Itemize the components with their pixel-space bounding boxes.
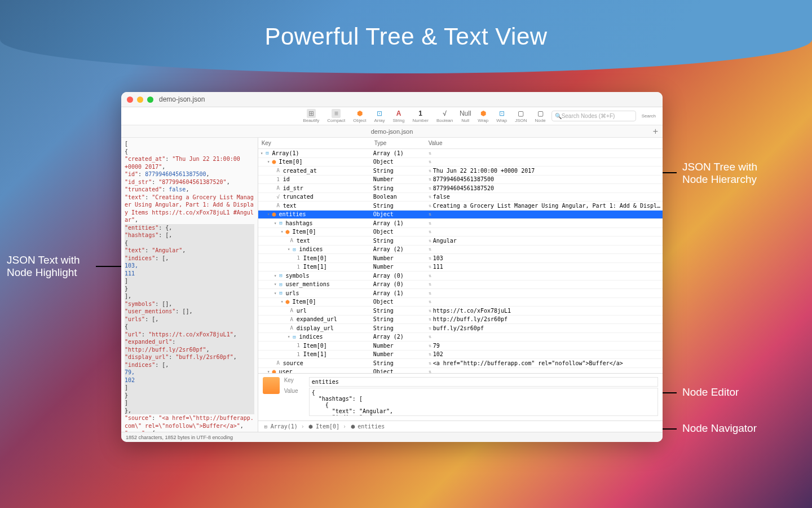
- type-stepper[interactable]: ⇅: [427, 361, 433, 366]
- tree-row[interactable]: √truncatedBoolean⇅false: [258, 193, 663, 202]
- type-stepper[interactable]: ⇅: [427, 238, 433, 243]
- type-stepper[interactable]: ⇅: [427, 326, 433, 331]
- tree-row[interactable]: ▾⊡urlsArray (1)⇅: [258, 289, 663, 298]
- path-segment[interactable]: Array(1): [271, 423, 298, 430]
- disclosure-icon[interactable]: ▾: [274, 221, 277, 226]
- null-icon: Null: [461, 109, 470, 118]
- editor-value-input[interactable]: { "hashtags": [ { "text": "Angular", "in…: [309, 388, 658, 416]
- callout-node-navigator: Node Navigator: [682, 422, 757, 435]
- tree-row[interactable]: ▾⬢Item[0]Object⇅: [258, 228, 663, 237]
- type-stepper[interactable]: ⇅: [427, 203, 433, 208]
- type-stepper[interactable]: ⇅: [427, 369, 433, 373]
- tree-view[interactable]: ▾⊡Array(1)Array (1)⇅▾⬢Item[0]Object⇅Acre…: [258, 149, 663, 373]
- tree-row[interactable]: AurlString⇅https://t.co/xFox78juL1: [258, 306, 663, 316]
- type-stepper[interactable]: ⇅: [427, 299, 433, 304]
- tree-row[interactable]: ▾⊡indicesArray (2)⇅: [258, 246, 663, 255]
- add-tab-button[interactable]: +: [653, 126, 658, 137]
- type-stepper[interactable]: ⇅: [427, 352, 433, 357]
- path-segment[interactable]: Item[0]: [316, 423, 339, 430]
- tree-row[interactable]: AtextString⇅Angular: [258, 237, 663, 246]
- tree-row[interactable]: ▾⊡Array(1)Array (1)⇅: [258, 149, 663, 158]
- tree-row[interactable]: Adisplay_urlString⇅buff.ly/2sr60pf: [258, 324, 663, 333]
- search-button[interactable]: Search: [639, 113, 658, 119]
- tool-null[interactable]: NullNull: [458, 109, 472, 123]
- disclosure-icon[interactable]: ▾: [267, 212, 270, 217]
- json-text-pane[interactable]: [ { "created_at": "Thu Jun 22 21:00:00 +…: [121, 138, 258, 432]
- type-stepper[interactable]: ⇅: [427, 177, 433, 182]
- banner: Powerful Tree & Text View: [0, 0, 812, 73]
- tool-boolean[interactable]: √Boolean: [434, 109, 455, 123]
- disclosure-icon[interactable]: ▾: [274, 282, 277, 287]
- tree-row[interactable]: ▾⬢Item[0]Object⇅: [258, 158, 663, 167]
- type-stepper[interactable]: ⇅: [427, 159, 433, 164]
- type-stepper[interactable]: ⇅: [427, 247, 433, 252]
- type-stepper[interactable]: ⇅: [427, 256, 433, 261]
- type-stepper[interactable]: ⇅: [427, 151, 433, 156]
- num-icon: 1: [295, 343, 302, 348]
- column-header-type[interactable]: Type: [374, 140, 429, 146]
- tree-row[interactable]: 1Item[0]Number⇅103: [258, 254, 663, 263]
- type-stepper[interactable]: ⇅: [427, 168, 433, 173]
- disclosure-icon[interactable]: ▾: [281, 229, 284, 234]
- arr-icon: ⊡: [277, 282, 284, 287]
- column-header-value[interactable]: Value: [429, 140, 659, 146]
- search-input[interactable]: 🔍 Search Nodes (⌘+F): [551, 111, 636, 121]
- close-button[interactable]: [127, 97, 133, 103]
- tool-object[interactable]: ⬢Object: [351, 109, 368, 123]
- type-stepper[interactable]: ⇅: [427, 334, 433, 339]
- tool-beautify[interactable]: ⊞Beautify: [301, 109, 321, 123]
- disclosure-icon[interactable]: ▾: [274, 291, 277, 296]
- tool-compact[interactable]: ≡Compact: [325, 109, 347, 123]
- tree-row[interactable]: 1Item[0]Number⇅79: [258, 341, 663, 351]
- tree-row[interactable]: AsourceString⇅<a href="http://bufferapp.…: [258, 359, 663, 368]
- arr-icon: ⊡: [291, 247, 297, 252]
- disclosure-icon[interactable]: ▾: [288, 247, 290, 252]
- tree-row[interactable]: ▾⬢Item[0]Object⇅: [258, 298, 663, 307]
- tool-wrap2[interactable]: ⊡Wrap: [494, 109, 509, 123]
- type-stepper[interactable]: ⇅: [427, 273, 433, 278]
- tree-row[interactable]: ▾⬢userObject⇅: [258, 368, 663, 374]
- tool-number[interactable]: 1Number: [410, 109, 430, 123]
- disclosure-icon[interactable]: ▾: [267, 369, 270, 373]
- type-stepper[interactable]: ⇅: [427, 317, 433, 322]
- minimize-button[interactable]: [137, 97, 143, 103]
- tree-row[interactable]: 1Item[1]Number⇅102: [258, 351, 663, 360]
- type-stepper[interactable]: ⇅: [427, 194, 433, 199]
- tree-row[interactable]: Aexpanded_urlString⇅http://buff.ly/2sr60…: [258, 316, 663, 325]
- path-segment[interactable]: entities: [358, 423, 385, 430]
- type-stepper[interactable]: ⇅: [427, 186, 433, 191]
- tool-node[interactable]: ▢Node: [533, 109, 548, 123]
- tree-row[interactable]: ▾⬢entitiesObject⇅: [258, 211, 663, 220]
- disclosure-icon[interactable]: ▾: [274, 273, 277, 278]
- tool-wrap[interactable]: ⬢Wrap: [475, 109, 491, 123]
- type-stepper[interactable]: ⇅: [427, 291, 433, 296]
- tree-row[interactable]: ▾⊡hashtagsArray (1)⇅: [258, 219, 663, 228]
- tool-json[interactable]: ▢JSON: [513, 109, 529, 123]
- disclosure-icon[interactable]: ▾: [267, 159, 270, 164]
- tab-file[interactable]: demo-json.json: [364, 126, 420, 137]
- tree-row[interactable]: ▾⊡indicesArray (2)⇅: [258, 333, 663, 342]
- type-stepper[interactable]: ⇅: [427, 229, 433, 234]
- tool-string[interactable]: AString: [391, 109, 407, 123]
- tree-row[interactable]: Aid_strString⇅877994604561387520: [258, 184, 663, 193]
- tree-row[interactable]: ▾⊡symbolsArray (0)⇅: [258, 271, 663, 281]
- type-stepper[interactable]: ⇅: [427, 343, 433, 348]
- disclosure-icon[interactable]: ▾: [288, 334, 290, 339]
- node-navigator[interactable]: ⊡Array(1) › ⬢Item[0] › ⬢entities: [258, 421, 663, 432]
- disclosure-icon[interactable]: ▾: [281, 299, 284, 304]
- type-stepper[interactable]: ⇅: [427, 264, 433, 269]
- tool-array[interactable]: ⊡Array: [372, 109, 387, 123]
- type-stepper[interactable]: ⇅: [427, 282, 433, 287]
- tree-row[interactable]: Acreated_atString⇅Thu Jun 22 21:00:00 +0…: [258, 167, 663, 176]
- tree-row[interactable]: ▾⊡user_mentionsArray (0)⇅: [258, 281, 663, 290]
- disclosure-icon[interactable]: ▾: [261, 151, 263, 156]
- type-stepper[interactable]: ⇅: [427, 308, 433, 313]
- type-stepper[interactable]: ⇅: [427, 221, 433, 226]
- tree-row[interactable]: 1idNumber⇅877994604561387500: [258, 176, 663, 185]
- tree-row[interactable]: AtextString⇅Creating a Grocery List Mana…: [258, 202, 663, 211]
- type-stepper[interactable]: ⇅: [427, 212, 433, 217]
- maximize-button[interactable]: [147, 97, 153, 103]
- column-header-key[interactable]: Key: [262, 140, 374, 146]
- editor-key-input[interactable]: entities: [309, 377, 658, 387]
- tree-row[interactable]: 1Item[1]Number⇅111: [258, 263, 663, 272]
